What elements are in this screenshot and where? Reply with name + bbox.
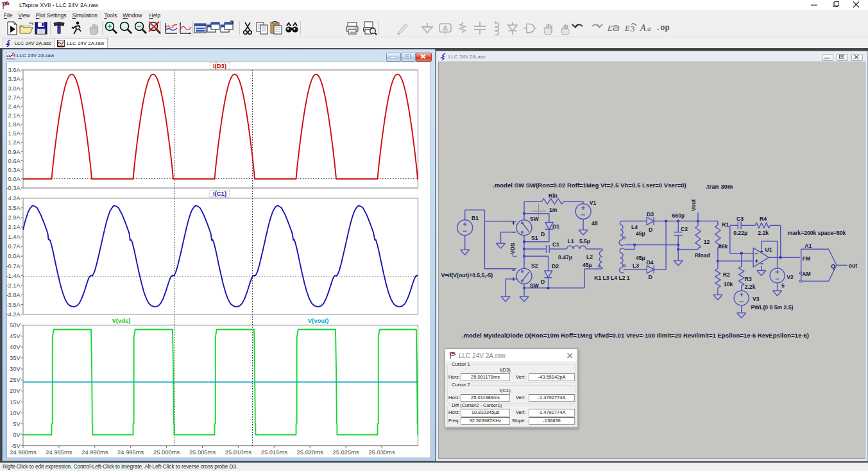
svg-text:25.030ms: 25.030ms (368, 449, 395, 456)
svg-text:.tran 30m: .tran 30m (706, 183, 733, 190)
svg-text:I(C1): I(C1) (213, 190, 226, 197)
svg-text:.op: .op (656, 24, 670, 33)
svg-text:Rin: Rin (549, 193, 557, 199)
svg-text:25.015ms: 25.015ms (261, 449, 287, 456)
svg-text:R3: R3 (745, 276, 752, 282)
svg-text:Vout: Vout (690, 199, 697, 211)
svg-text:660µ: 660µ (672, 212, 685, 219)
svg-text:5: 5 (781, 282, 785, 289)
svg-text:25.000ms: 25.000ms (153, 449, 180, 456)
svg-text:45µ: 45µ (583, 262, 592, 268)
svg-text:2.1A: 2.1A (8, 112, 21, 119)
svg-text:-0.7A: -0.7A (6, 262, 21, 270)
svg-text:Rload: Rload (695, 252, 710, 259)
svg-text:V(vds): V(vds) (112, 317, 130, 324)
svg-text:0.7A: 0.7A (8, 243, 21, 250)
svg-text:2.2k: 2.2k (758, 230, 769, 236)
svg-text:5.5µ: 5.5µ (579, 238, 590, 244)
svg-text:25V: 25V (10, 376, 21, 383)
svg-text:15V: 15V (10, 398, 21, 406)
svg-text:U1: U1 (765, 246, 772, 253)
svg-text:2.1A: 2.1A (8, 223, 21, 230)
svg-text:SW: SW (530, 216, 540, 222)
svg-text:3.0A: 3.0A (8, 85, 21, 92)
svg-text:V=if(V(out)+0.5,5,-5): V=if(V(out)+0.5,5,-5) (441, 272, 493, 278)
svg-text:0.22µ: 0.22µ (733, 230, 747, 236)
svg-text:48: 48 (591, 220, 598, 227)
svg-text:45V: 45V (10, 332, 21, 339)
svg-text:3.5A: 3.5A (8, 204, 21, 211)
svg-text:10k: 10k (724, 281, 733, 287)
svg-text:1.8A: 1.8A (8, 121, 21, 128)
svg-text:S2: S2 (531, 262, 538, 269)
svg-text:R2: R2 (723, 271, 730, 278)
svg-text:30V: 30V (10, 365, 21, 372)
svg-text:.model MyIdealDiode D(Ron=10m: .model MyIdealDiode D(Ron=10m Roff=1Meg … (462, 332, 809, 339)
svg-text:FM: FM (803, 255, 810, 262)
svg-text:24.990ms: 24.990ms (81, 449, 108, 456)
svg-text:25.020ms: 25.020ms (297, 449, 323, 456)
svg-text:-0.3A: -0.3A (6, 184, 21, 191)
svg-text:0.47µ: 0.47µ (558, 254, 572, 261)
svg-text:L3: L3 (633, 262, 639, 269)
svg-text:V3: V3 (753, 296, 760, 302)
svg-text:50V: 50V (10, 321, 21, 329)
svg-text:out: out (849, 262, 857, 269)
svg-text:10V: 10V (10, 409, 21, 416)
svg-text:L2: L2 (586, 253, 593, 260)
svg-text:-2.1A: -2.1A (6, 282, 21, 289)
svg-text:mark=200k space=50k: mark=200k space=50k (788, 230, 846, 236)
svg-text:Q: Q (831, 263, 835, 270)
svg-text:C3: C3 (736, 216, 744, 222)
svg-text:R1: R1 (722, 221, 729, 228)
svg-text:C2: C2 (681, 226, 688, 232)
svg-text:0V: 0V (13, 431, 21, 438)
svg-text:24.980ms: 24.980ms (10, 449, 36, 456)
svg-text:25.025ms: 25.025ms (333, 449, 359, 456)
svg-text:3.6A: 3.6A (8, 66, 21, 73)
svg-text:D1: D1 (552, 223, 559, 230)
svg-text:4.2A: 4.2A (8, 194, 21, 201)
svg-text:35V: 35V (10, 354, 21, 361)
svg-text:D: D (649, 227, 652, 233)
svg-text:AM: AM (802, 271, 810, 277)
svg-text:0.0A: 0.0A (8, 175, 21, 182)
svg-text:V2: V2 (787, 274, 794, 280)
svg-text:S1: S1 (531, 235, 538, 241)
svg-text:2.7A: 2.7A (8, 94, 21, 101)
svg-text:V(vout): V(vout) (308, 317, 329, 324)
svg-text:D2: D2 (552, 263, 559, 270)
svg-text:45µ: 45µ (636, 255, 645, 261)
svg-text:I(D3): I(D3) (213, 62, 226, 69)
svg-text:PWL(0 0 5m 2.5): PWL(0 0 5m 2.5) (751, 304, 793, 311)
svg-text:2.2k: 2.2k (745, 284, 756, 290)
svg-text:25.010ms: 25.010ms (225, 449, 251, 456)
svg-text:A: A (443, 24, 448, 32)
svg-text:D: D (541, 278, 545, 285)
svg-text:-2.8A: -2.8A (6, 291, 21, 298)
svg-text:45µ: 45µ (636, 230, 645, 237)
svg-text:1.2A: 1.2A (8, 139, 21, 146)
svg-text:E: E (607, 23, 613, 33)
svg-text:12: 12 (704, 239, 710, 245)
svg-text:1.5A: 1.5A (8, 130, 21, 137)
svg-text:1m: 1m (549, 207, 557, 213)
svg-text:3: 3 (631, 24, 635, 33)
svg-text:E: E (624, 23, 630, 33)
svg-text:D4: D4 (647, 259, 654, 266)
svg-text:20V: 20V (10, 387, 21, 394)
svg-text:B1: B1 (472, 215, 479, 221)
svg-text:V1: V1 (590, 200, 597, 206)
svg-text:-3.5A: -3.5A (6, 301, 21, 308)
svg-text:0.3A: 0.3A (8, 166, 21, 173)
svg-text:40V: 40V (10, 343, 21, 350)
svg-text:0.0A: 0.0A (8, 252, 21, 259)
svg-text:A1: A1 (804, 243, 812, 249)
svg-text:24.985ms: 24.985ms (46, 449, 72, 456)
svg-text:0.6A: 0.6A (8, 157, 21, 164)
svg-text:1.4A: 1.4A (8, 233, 21, 240)
svg-text:D3: D3 (647, 211, 654, 218)
svg-text:-1.4A: -1.4A (6, 272, 21, 279)
svg-text:C1: C1 (552, 241, 559, 248)
svg-text:D: D (541, 231, 545, 237)
